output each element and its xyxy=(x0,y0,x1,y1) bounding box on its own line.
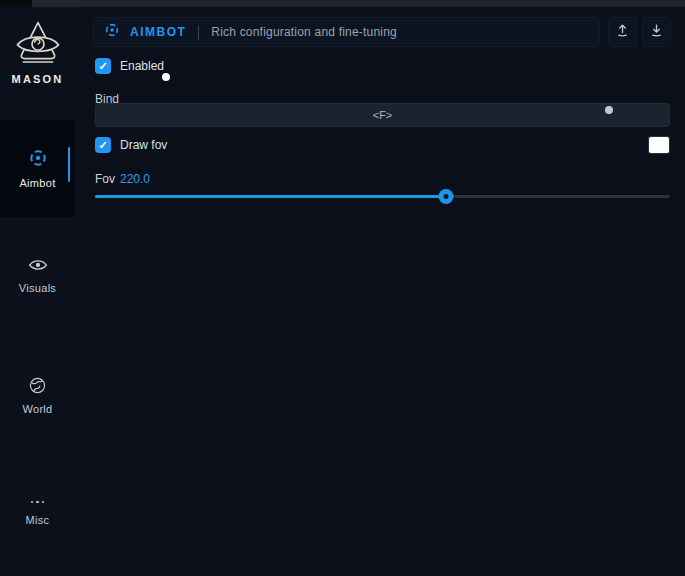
logo: MASON xyxy=(0,20,75,85)
window-top-strip xyxy=(0,0,685,7)
cursor-dot-secondary xyxy=(605,106,613,114)
eye-icon xyxy=(28,257,48,277)
header-separator xyxy=(198,25,199,40)
sidebar-item-visuals[interactable]: Visuals xyxy=(0,257,75,294)
export-config-button[interactable] xyxy=(608,17,637,47)
page-header: AIMBOT Rich configuration and fine-tunin… xyxy=(93,17,600,47)
sidebar-item-misc[interactable]: Misc xyxy=(0,495,75,526)
mason-menu-window: MASON Aimbot Visuals xyxy=(0,0,685,576)
window-top-strip-corner xyxy=(0,0,32,7)
enabled-row: Enabled xyxy=(95,58,164,74)
crosshair-icon xyxy=(28,148,48,172)
sidebar: MASON Aimbot Visuals xyxy=(0,7,75,576)
fov-slider-thumb[interactable] xyxy=(439,189,454,204)
draw-fov-row: Draw fov xyxy=(95,137,167,153)
enabled-label: Enabled xyxy=(120,59,164,73)
page-title: AIMBOT xyxy=(130,25,186,39)
download-icon xyxy=(649,23,664,42)
draw-fov-label: Draw fov xyxy=(120,138,167,152)
page-subtitle: Rich configuration and fine-tuning xyxy=(211,25,397,39)
fov-label-row: Fov 220.0 xyxy=(95,172,150,186)
fov-slider[interactable] xyxy=(95,188,670,204)
cursor-dot xyxy=(162,73,170,81)
eye-pyramid-icon xyxy=(12,20,64,68)
sidebar-item-label: Aimbot xyxy=(19,177,55,189)
sidebar-item-label: Visuals xyxy=(19,282,56,294)
fov-color-swatch[interactable] xyxy=(648,136,670,154)
active-indicator-bar xyxy=(68,147,70,182)
upload-icon xyxy=(615,23,630,42)
fov-slider-fill xyxy=(95,195,446,198)
sidebar-item-label: Misc xyxy=(26,514,50,526)
import-config-button[interactable] xyxy=(642,17,671,47)
crosshair-icon xyxy=(104,22,120,42)
bind-key-value: <F> xyxy=(373,109,393,121)
enabled-checkbox[interactable] xyxy=(95,58,111,74)
fov-value: 220.0 xyxy=(120,172,150,186)
bind-key-input[interactable]: <F> xyxy=(95,103,670,127)
sidebar-item-world[interactable]: World xyxy=(0,377,75,415)
ellipsis-icon xyxy=(31,495,45,509)
main-content: AIMBOT Rich configuration and fine-tunin… xyxy=(75,7,685,576)
sidebar-item-label: World xyxy=(22,403,52,415)
draw-fov-checkbox[interactable] xyxy=(95,137,111,153)
globe-icon xyxy=(29,377,46,398)
fov-label: Fov xyxy=(95,172,115,186)
logo-text: MASON xyxy=(12,73,64,85)
sidebar-item-aimbot[interactable]: Aimbot xyxy=(0,120,75,217)
